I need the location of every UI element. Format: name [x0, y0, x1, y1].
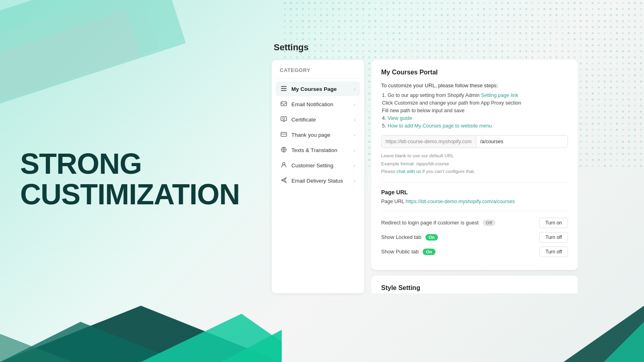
- send-icon: [281, 177, 288, 184]
- style-setting-title: Style Setting: [381, 284, 568, 292]
- setting-page-link[interactable]: Setting page link: [481, 93, 518, 98]
- sidebar-item-label-certificate: Certificate: [291, 117, 316, 123]
- page-url-row: Page URL https://ldt-course-demo.myshopi…: [381, 199, 568, 204]
- chevron-right-icon-email: ›: [354, 101, 355, 107]
- chevron-right-icon-texts: ›: [354, 147, 355, 153]
- bottom-wave-right: [483, 282, 644, 362]
- sidebar-item-certificate[interactable]: Certificate ›: [276, 112, 360, 127]
- divider-2: [381, 211, 568, 211]
- chevron-right-icon-customer: ›: [354, 162, 355, 169]
- sidebar-item-my-courses-page[interactable]: My Courses Page ›: [276, 82, 360, 96]
- page-title: Settings: [272, 42, 578, 53]
- redirect-label: Redirect to login page if customer is gu…: [381, 220, 479, 226]
- url-hint: Leave blank to use our default URL Examp…: [381, 152, 568, 176]
- page-url-link[interactable]: https://ldt-course-demo.myshopify.com/a/…: [406, 199, 515, 204]
- person-icon: [281, 162, 288, 169]
- settings-panel: Settings Category My Courses Page ›: [272, 42, 578, 293]
- style-setting-card: Style Setting Color Primary Color Primar…: [372, 276, 578, 293]
- hero-line2: CUSTIMIZATION: [20, 179, 240, 210]
- svg-rect-10: [281, 102, 287, 106]
- chat-with-us-link[interactable]: chat with us: [396, 169, 421, 174]
- step-5: 5. How to add My Courses page to website…: [381, 123, 568, 129]
- main-content-area: My Courses Portal To customize your URL,…: [372, 60, 578, 293]
- step-1: 1. Go to our app setting from Shopify Ad…: [381, 93, 568, 98]
- redirect-toggle-row: Redirect to login page if customer is gu…: [381, 218, 568, 228]
- category-panel: Category My Courses Page ›: [272, 60, 364, 293]
- chevron-right-icon-my-courses: ›: [354, 86, 355, 92]
- url-base: https://ldt-course-demo.myshopify.com: [382, 136, 476, 148]
- hero-line1: STRONG: [20, 149, 240, 179]
- svg-rect-14: [281, 134, 287, 135]
- sidebar-item-customer-setting[interactable]: Customer Setting ›: [276, 158, 360, 173]
- sidebar-item-label-texts-translation: Texts & Translation: [291, 147, 337, 153]
- show-locked-toggle-row: Show Locked tab On Turn off: [381, 232, 568, 243]
- sidebar-item-label-thank-you: Thank you page: [291, 132, 330, 138]
- show-public-status-badge: On: [423, 249, 435, 255]
- show-locked-turn-off-button[interactable]: Turn off: [539, 232, 568, 243]
- show-public-toggle-row: Show Public tab On Turn off: [381, 247, 568, 257]
- sidebar-item-label-my-courses-page: My Courses Page: [291, 86, 337, 92]
- sidebar-item-label-email-delivery: Email Delivery Status: [291, 178, 343, 184]
- svg-rect-8: [281, 88, 287, 89]
- sidebar-item-email-notification[interactable]: Email Notification ›: [276, 97, 360, 111]
- chevron-right-icon-thank-you: ›: [354, 132, 355, 138]
- show-public-label: Show Public tab: [381, 249, 419, 255]
- sidebar-item-email-delivery-status[interactable]: Email Delivery Status ›: [276, 173, 360, 188]
- svg-rect-11: [281, 117, 287, 121]
- bottom-wave-left: [0, 282, 282, 362]
- certificate-icon: [281, 116, 288, 123]
- translate-icon: [281, 146, 288, 154]
- portal-card: My Courses Portal To customize your URL,…: [372, 60, 578, 270]
- step-4: 4. View guide: [381, 115, 568, 121]
- show-public-turn-off-button[interactable]: Turn off: [539, 247, 568, 257]
- svg-point-16: [283, 162, 285, 165]
- chevron-right-icon-certificate: ›: [354, 117, 355, 123]
- steps-list: 1. Go to our app setting from Shopify Ad…: [381, 93, 568, 129]
- email-icon: [281, 101, 288, 108]
- show-locked-label: Show Locked tab: [381, 234, 421, 240]
- divider-1: [381, 182, 568, 183]
- url-path-input[interactable]: [476, 136, 568, 148]
- sidebar-item-label-email-notification: Email Notification: [291, 101, 333, 107]
- redirect-turn-on-button[interactable]: Turn on: [539, 218, 568, 228]
- sidebar-item-texts-translation[interactable]: Texts & Translation ›: [276, 143, 360, 157]
- page-url-section-label: Page URL: [381, 189, 568, 195]
- sidebar-item-thank-you-page[interactable]: Thank you page ›: [276, 128, 360, 142]
- hero-section: STRONG CUSTIMIZATION: [20, 149, 240, 210]
- customize-heading: To customize your URL, please follow the…: [381, 82, 568, 88]
- svg-rect-7: [281, 86, 287, 87]
- add-courses-link[interactable]: How to add My Courses page to website me…: [388, 123, 492, 129]
- show-locked-status-badge: On: [425, 234, 438, 241]
- category-label: Category: [276, 67, 360, 78]
- sidebar-item-label-customer-setting: Customer Setting: [291, 162, 333, 169]
- step-3: Fill new path to below input and save: [381, 108, 568, 113]
- card-icon: [281, 131, 288, 138]
- svg-point-12: [283, 118, 285, 120]
- portal-card-title: My Courses Portal: [381, 69, 568, 76]
- step-2: Click Customize and change your path fro…: [381, 100, 568, 106]
- url-input-row: https://ldt-course-demo.myshopify.com: [381, 135, 568, 148]
- view-guide-link[interactable]: View guide: [388, 115, 412, 121]
- chevron-right-icon-delivery: ›: [354, 178, 355, 184]
- list-icon: [281, 85, 288, 93]
- settings-body: Category My Courses Page ›: [272, 60, 578, 293]
- redirect-status-badge: Off: [483, 220, 495, 226]
- svg-rect-9: [281, 90, 287, 91]
